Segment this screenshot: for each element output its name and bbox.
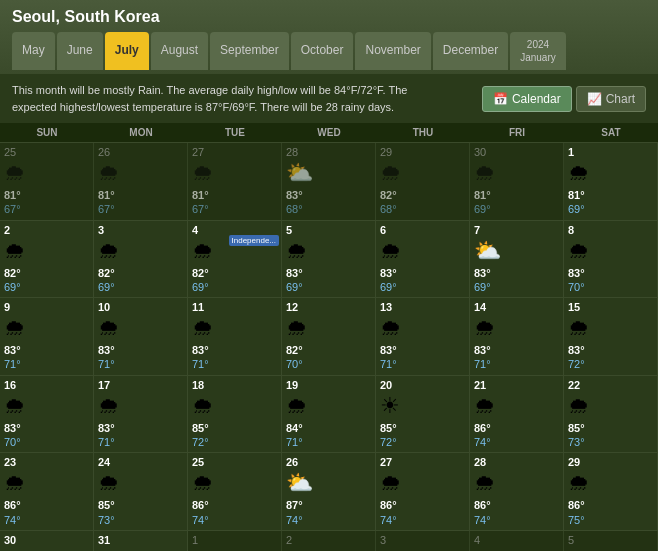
- day-number: 19: [286, 379, 371, 391]
- low-temp: 74°: [192, 513, 277, 527]
- day-cell[interactable]: 17🌧83°71°: [94, 376, 188, 453]
- day-cell[interactable]: 4Independe...🌧82°69°: [188, 221, 282, 298]
- high-temp: 82°: [286, 343, 371, 357]
- temps: 81°67°: [192, 188, 277, 217]
- day-cell[interactable]: 27🌧86°74°: [376, 453, 470, 530]
- day-cell[interactable]: 9🌧83°71°: [0, 298, 94, 375]
- low-temp: 70°: [568, 280, 653, 294]
- low-temp: 67°: [4, 202, 89, 216]
- weather-icon: 🌧: [4, 238, 89, 264]
- day-cell[interactable]: 30🌧81°69°: [470, 143, 564, 220]
- day-cell[interactable]: 19🌧84°71°: [282, 376, 376, 453]
- high-temp: 87°: [286, 498, 371, 512]
- day-cell[interactable]: 23🌧86°74°: [0, 453, 94, 530]
- month-tab-december[interactable]: December: [433, 32, 508, 70]
- day-cell[interactable]: 18🌧85°72°: [188, 376, 282, 453]
- day-number: 24: [98, 456, 183, 468]
- day-number: 3: [380, 534, 465, 546]
- high-temp: 83°: [568, 266, 653, 280]
- day-cell[interactable]: 1🌧81°69°: [564, 143, 658, 220]
- weeks: 25🌧81°67°26🌧81°67°27🌧81°67°28⛅83°68°29🌧8…: [0, 142, 658, 551]
- temps: 82°68°: [380, 188, 465, 217]
- day-cell[interactable]: 16🌧83°70°: [0, 376, 94, 453]
- low-temp: 71°: [474, 357, 559, 371]
- day-cell[interactable]: 24🌧85°73°: [94, 453, 188, 530]
- month-tab-october[interactable]: October: [291, 32, 354, 70]
- high-temp: 81°: [98, 188, 183, 202]
- day-cell[interactable]: 8🌧83°70°: [564, 221, 658, 298]
- low-temp: 72°: [380, 435, 465, 449]
- day-cell[interactable]: 25🌧81°67°: [0, 143, 94, 220]
- day-cell[interactable]: 7⛅83°69°: [470, 221, 564, 298]
- view-btn-chart[interactable]: 📈Chart: [576, 86, 646, 112]
- low-temp: 71°: [98, 357, 183, 371]
- day-cell[interactable]: 28⛅83°68°: [282, 143, 376, 220]
- month-tab-2024-january[interactable]: 2024 January: [510, 32, 566, 70]
- header: Seoul, South Korea MayJuneJulyAugustSept…: [0, 0, 658, 74]
- day-cell[interactable]: 22🌧85°73°: [564, 376, 658, 453]
- day-cell[interactable]: 14🌧83°71°: [470, 298, 564, 375]
- day-cell[interactable]: 28🌧86°74°: [470, 453, 564, 530]
- temps: 81°69°: [474, 188, 559, 217]
- temps: 84°71°: [286, 421, 371, 450]
- week-row-5: 30🌧87°75°31🌧87°75°1🌧87°76°2🌧87°76°3🌧87°7…: [0, 530, 658, 551]
- weather-icon: ☀: [380, 393, 465, 419]
- temps: 83°69°: [380, 266, 465, 295]
- day-header-mon: MON: [94, 123, 188, 142]
- view-btn-calendar[interactable]: 📅Calendar: [482, 86, 572, 112]
- temps: 82°69°: [4, 266, 89, 295]
- day-cell[interactable]: 3🌧87°75°: [376, 531, 470, 551]
- day-cell[interactable]: 27🌧81°67°: [188, 143, 282, 220]
- day-cell[interactable]: 30🌧87°75°: [0, 531, 94, 551]
- day-cell[interactable]: 25🌧86°74°: [188, 453, 282, 530]
- high-temp: 85°: [192, 421, 277, 435]
- day-cell[interactable]: 1🌧87°76°: [188, 531, 282, 551]
- weather-icon: 🌧: [286, 393, 371, 419]
- low-temp: 69°: [192, 280, 277, 294]
- day-cell[interactable]: 20☀85°72°: [376, 376, 470, 453]
- high-temp: 83°: [98, 421, 183, 435]
- day-cell[interactable]: 26⛅87°74°: [282, 453, 376, 530]
- low-temp: 74°: [4, 513, 89, 527]
- day-cell[interactable]: 10🌧83°71°: [94, 298, 188, 375]
- month-tab-may[interactable]: May: [12, 32, 55, 70]
- day-cell[interactable]: 11🌧83°71°: [188, 298, 282, 375]
- weather-icon: 🌧: [380, 160, 465, 186]
- day-cell[interactable]: 13🌧83°71°: [376, 298, 470, 375]
- month-tab-june[interactable]: June: [57, 32, 103, 70]
- info-bar: This month will be mostly Rain. The aver…: [0, 74, 658, 123]
- day-cell[interactable]: 21🌧86°74°: [470, 376, 564, 453]
- day-cell[interactable]: 29🌧86°75°: [564, 453, 658, 530]
- day-cell[interactable]: 4🌧87°74°: [470, 531, 564, 551]
- day-cell[interactable]: 5🌧88°75°: [564, 531, 658, 551]
- week-row-0: 25🌧81°67°26🌧81°67°27🌧81°67°28⛅83°68°29🌧8…: [0, 142, 658, 220]
- day-cell[interactable]: 26🌧81°67°: [94, 143, 188, 220]
- temps: 83°69°: [474, 266, 559, 295]
- temps: 81°67°: [98, 188, 183, 217]
- day-cell[interactable]: 5🌧83°69°: [282, 221, 376, 298]
- day-cell[interactable]: 15🌧83°72°: [564, 298, 658, 375]
- high-temp: 82°: [98, 266, 183, 280]
- low-temp: 69°: [568, 202, 653, 216]
- day-cell[interactable]: 2🌧82°69°: [0, 221, 94, 298]
- day-cell[interactable]: 3🌧82°69°: [94, 221, 188, 298]
- low-temp: 67°: [98, 202, 183, 216]
- month-tab-november[interactable]: November: [355, 32, 430, 70]
- low-temp: 73°: [98, 513, 183, 527]
- temps: 86°74°: [192, 498, 277, 527]
- month-tab-september[interactable]: September: [210, 32, 289, 70]
- weather-icon: 🌧: [568, 160, 653, 186]
- month-tab-august[interactable]: August: [151, 32, 208, 70]
- high-temp: 85°: [380, 421, 465, 435]
- day-number: 18: [192, 379, 277, 391]
- day-number: 2: [4, 224, 89, 236]
- high-temp: 83°: [474, 343, 559, 357]
- temps: 82°69°: [98, 266, 183, 295]
- day-cell[interactable]: 6🌧83°69°: [376, 221, 470, 298]
- day-cell[interactable]: 2🌧87°76°: [282, 531, 376, 551]
- day-cell[interactable]: 31🌧87°75°: [94, 531, 188, 551]
- month-tab-july[interactable]: July: [105, 32, 149, 70]
- day-cell[interactable]: 29🌧82°68°: [376, 143, 470, 220]
- temps: 83°70°: [568, 266, 653, 295]
- day-cell[interactable]: 12🌧82°70°: [282, 298, 376, 375]
